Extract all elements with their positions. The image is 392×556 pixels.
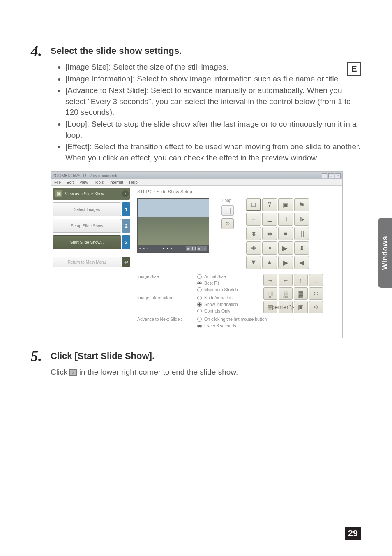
- sidebar-step-1-label: Select Images: [74, 207, 100, 212]
- radio-label: Every 3 seconds: [204, 323, 236, 328]
- effect-11[interactable]: ≡: [278, 227, 293, 240]
- step-5-heading: Click [Start Slide Show].: [51, 350, 154, 362]
- effect-s2[interactable]: ←: [279, 274, 293, 286]
- effect-14[interactable]: ✦: [262, 241, 277, 255]
- menu-help[interactable]: Help: [129, 180, 138, 185]
- effect-s11[interactable]: ▣: [294, 301, 308, 313]
- radio-maximum-stretch[interactable]: Maximum Stretch: [197, 287, 261, 292]
- bullet: [Loop]: Select to stop the slide show af…: [65, 119, 361, 141]
- sidebar-step-1-badge: 1: [122, 202, 130, 216]
- sidebar-step-3-label: Start Slide Show...: [70, 240, 104, 245]
- radio-controls-only[interactable]: Controls Only: [197, 308, 261, 313]
- effect-6[interactable]: ≣: [262, 213, 277, 226]
- effect-s12[interactable]: ✢: [309, 301, 323, 313]
- preview-mini-icon[interactable]: ❚❚: [191, 246, 196, 251]
- effect-d[interactable]: ▣: [278, 198, 293, 211]
- bullet: [Image Information]: Select to show imag…: [65, 74, 361, 85]
- minimize-button[interactable]: –: [322, 173, 327, 178]
- sidebar-step-2-badge: 2: [122, 219, 130, 233]
- preview-window: • • • • • • ▶ ❚❚ ■ ⤢: [137, 198, 209, 253]
- menu-file[interactable]: File: [54, 180, 61, 185]
- effect-s7[interactable]: ▓: [294, 287, 308, 300]
- effect-13[interactable]: ✚: [246, 241, 261, 255]
- sidebar: ▣ View as a Slide Show « Select Images 1…: [51, 186, 132, 338]
- effect-s3[interactable]: ↑: [294, 274, 308, 286]
- effect-9[interactable]: ⬍: [246, 227, 261, 240]
- effect-16[interactable]: ⬍: [294, 241, 309, 255]
- effect-s1[interactable]: →: [263, 274, 277, 286]
- step-5-body-prefix: Click: [51, 368, 69, 376]
- loop-repeat-button[interactable]: ↻: [221, 218, 234, 229]
- radio-on-click[interactable]: On clicking the left mouse button: [197, 317, 337, 322]
- image-size-options: Actual Size Best Fit Maximum Stretch: [197, 274, 261, 292]
- effect-12[interactable]: |||: [294, 227, 309, 240]
- effect-5[interactable]: ≡: [246, 213, 261, 226]
- preview-controls: • • • • • • ▶ ❚❚ ■ ⤢: [138, 245, 209, 252]
- menu-bar: File Edit View Tools Internet Help: [51, 179, 342, 186]
- radio-label: Maximum Stretch: [204, 287, 238, 292]
- radio-no-information[interactable]: No Information: [197, 295, 261, 300]
- menu-tools[interactable]: Tools: [94, 180, 104, 185]
- effect-flag[interactable]: ⚑: [294, 198, 309, 211]
- close-button[interactable]: ×: [335, 173, 341, 178]
- radio-actual-size[interactable]: Actual Size: [197, 274, 261, 279]
- effect-s5[interactable]: ░: [263, 287, 277, 300]
- image-info-label: Image Information :: [137, 295, 195, 313]
- return-to-main-menu-button[interactable]: Return to Main Menu: [53, 257, 121, 267]
- advance-options: On clicking the left mouse button Every …: [197, 317, 337, 328]
- preview-mini-icon[interactable]: ■: [197, 246, 202, 251]
- step-4-bullets: [Image Size]: Select the size of the sti…: [57, 62, 361, 163]
- menu-internet[interactable]: Internet: [109, 180, 123, 185]
- effect-8[interactable]: ⦀▸: [294, 213, 309, 226]
- step-5-body-suffix: in the lower right corner to end the sli…: [79, 368, 238, 376]
- effects-grid: □ ? ▣ ⚑ ≡ ≣ ⦀ ⦀▸ ⬍ ⬌ ≡ ||| ✚ ✦ ▶: [246, 198, 309, 269]
- radio-label: No Information: [204, 295, 233, 300]
- effect-18[interactable]: ▲: [262, 256, 277, 269]
- image-info-options: No Information Show Information Controls…: [197, 295, 261, 313]
- step-5-number: 5.: [31, 349, 51, 364]
- collapse-icon[interactable]: «: [122, 190, 129, 197]
- effect-s10[interactable]: center">✦: [279, 301, 293, 313]
- effect-s8[interactable]: ∷: [309, 287, 323, 300]
- advance-label: Advance to Next Slide :: [137, 317, 195, 328]
- effect-17[interactable]: ▼: [246, 256, 261, 269]
- page-number: 29: [345, 527, 361, 540]
- return-icon: ↩: [122, 257, 130, 267]
- preview-mini-icon[interactable]: ⤢: [202, 246, 207, 251]
- side-tab-windows: Windows: [378, 218, 392, 288]
- preview-mini-icon[interactable]: ▶: [186, 246, 191, 251]
- effect-15[interactable]: ▶|: [278, 241, 293, 255]
- effect-10[interactable]: ⬌: [262, 227, 277, 240]
- maximize-button[interactable]: □: [328, 173, 334, 178]
- window-titlebar: ZOOMBROWSER c:/my documents – □ ×: [51, 172, 342, 179]
- mode-view-as-slide-show[interactable]: ▣ View as a Slide Show «: [53, 188, 130, 200]
- step-4-heading: Select the slide show settings.: [51, 45, 182, 57]
- menu-edit[interactable]: Edit: [67, 180, 74, 185]
- radio-show-information[interactable]: Show Information: [197, 302, 261, 307]
- radio-best-fit[interactable]: Best Fit: [197, 280, 261, 285]
- side-tab-label: Windows: [381, 236, 390, 270]
- close-icon-inline: ×: [69, 369, 77, 376]
- radio-label: On clicking the left mouse button: [204, 317, 267, 322]
- effect-q[interactable]: ?: [262, 198, 277, 211]
- effect-7[interactable]: ⦀: [278, 213, 293, 226]
- bullet: [Image Size]: Select the size of the sti…: [65, 62, 361, 73]
- sidebar-step-1[interactable]: Select Images 1: [53, 202, 130, 216]
- effects-grid-2: → ← ↑ ↓ ░ ▒ ▓ ∷ ▦ center">✦ ▣ ✢: [263, 274, 337, 313]
- sidebar-step-2[interactable]: Setup Slide Show 2: [53, 219, 130, 233]
- radio-every-3-seconds[interactable]: Every 3 seconds: [197, 323, 337, 328]
- effect-s4[interactable]: ↓: [309, 274, 323, 286]
- effect-s6[interactable]: ▒: [279, 287, 293, 300]
- preview-dots-left: • • •: [139, 246, 149, 250]
- effect-20[interactable]: ◀: [294, 256, 309, 269]
- radio-label: Show Information: [204, 302, 238, 307]
- menu-view[interactable]: View: [79, 180, 88, 185]
- loop-once-button[interactable]: →|: [221, 205, 234, 216]
- mode-label: View as a Slide Show: [65, 192, 104, 196]
- window-title: ZOOMBROWSER c:/my documents: [53, 174, 118, 178]
- effect-none[interactable]: □: [246, 198, 261, 211]
- loop-label: Loop: [222, 198, 234, 203]
- app-screenshot: ZOOMBROWSER c:/my documents – □ × File E…: [51, 171, 343, 338]
- effect-19[interactable]: ▶: [278, 256, 293, 269]
- sidebar-step-3[interactable]: Start Slide Show... 3: [53, 235, 130, 249]
